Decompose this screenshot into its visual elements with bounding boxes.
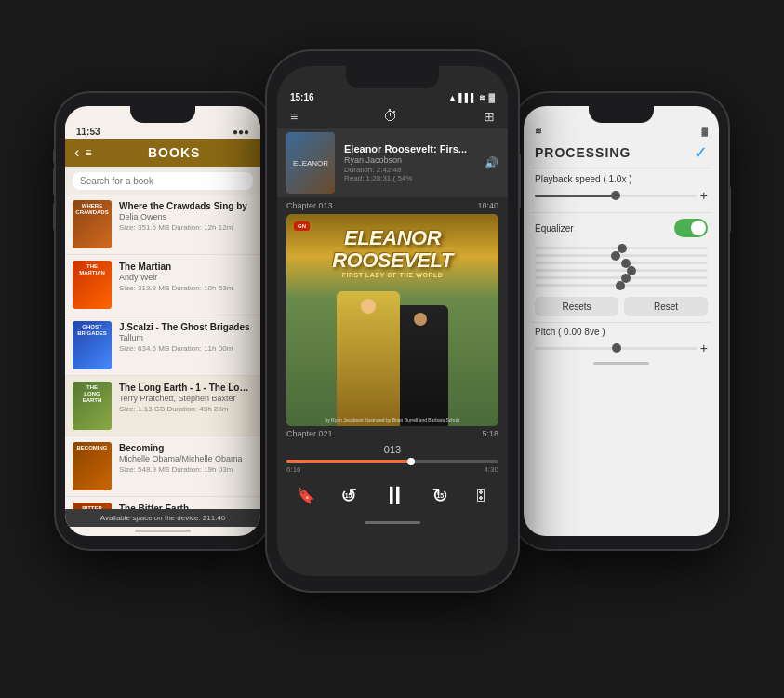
books-list[interactable]: WHERECRAWDADS Where the Crawdads Sing by… [65, 195, 260, 509]
list-item[interactable]: THEMARTIAN The Martian Andy Weir Size: 3… [65, 255, 260, 315]
player-top-controls: ≡ ⏱ ⊞ [277, 104, 508, 128]
volume-up-btn[interactable] [53, 168, 56, 195]
playback-speed-label: Playback speed ( 1.0x ) [535, 174, 632, 184]
player-controls: 🔖 ↺ 15 ⏸ ↻ 15 🎛 [277, 475, 508, 518]
book-info-6: The Bitter Earth A.R. Shaw Size: 151.6 M… [119, 503, 253, 509]
pitch-thumb[interactable] [612, 343, 621, 353]
left-status-battery: ●●● [233, 127, 249, 137]
playback-speed-slider[interactable] [535, 195, 697, 197]
artwork-subtitle: FIRST LADY OF THE WORLD [332, 272, 453, 278]
proc-status-bar: ≋ ▓ [524, 123, 719, 138]
player-book-duration: Duration: 2:42:48 [344, 166, 475, 174]
eq-slider-2[interactable] [535, 254, 708, 257]
book-info-5: Becoming Michelle Obama/Michelle Obama S… [119, 442, 253, 474]
eq-slider-4[interactable] [535, 269, 708, 272]
right-home-indicator [593, 362, 649, 365]
volume-down-btn[interactable] [53, 203, 56, 231]
eq-button[interactable]: 🎛 [473, 488, 488, 504]
eq-thumb-6[interactable] [616, 281, 625, 290]
right-phone-screen: ≋ ▓ PROCESSING ✓ Playback speed ( 1.0x ) [524, 106, 719, 536]
book-cover-1: WHERECRAWDADS [73, 200, 112, 248]
player-book-header: ELEANOR Eleanor Roosevelt: Firs... Ryan … [277, 128, 508, 197]
list-item[interactable]: THELONGEARTH The Long Earth - 1 - The Lo… [65, 376, 260, 436]
artwork-figures [286, 277, 498, 426]
bookmark-button[interactable]: 🔖 [297, 487, 315, 504]
proc-header: PROCESSING ✓ [524, 138, 719, 168]
list-item[interactable]: BITTEREARTH The Bitter Earth A.R. Shaw S… [65, 497, 260, 509]
pause-button[interactable]: ⏸ [381, 480, 407, 511]
list-item[interactable]: WHERECRAWDADS Where the Crawdads Sing by… [65, 195, 260, 255]
figure-right-head [414, 313, 427, 326]
playback-speed-section: Playback speed ( 1.0x ) + [524, 168, 719, 212]
speed-fill [535, 195, 616, 197]
rewind-button[interactable]: ↺ 15 [340, 484, 357, 508]
artwork-byline: by Ryan Jacobson Illustrated by Brian Bu… [286, 417, 498, 423]
cover-text-4: THELONGEARTH [73, 382, 112, 408]
time-current: 6:16 [286, 465, 301, 474]
available-space: Available space on the device: 211.46 [100, 514, 226, 522]
menu-icon[interactable]: ≡ [290, 109, 298, 124]
pitch-slider[interactable] [535, 347, 697, 350]
hamburger-icon[interactable]: ≡ [85, 146, 91, 159]
books-header: ‹ ≡ BOOKS [65, 139, 260, 167]
eq-thumb-2[interactable] [611, 251, 620, 261]
pitch-slider-row: + [535, 341, 708, 356]
pitch-plus-icon[interactable]: + [700, 341, 708, 356]
list-item[interactable]: BECOMING Becoming Michelle Obama/Michell… [65, 436, 260, 497]
cover-text-3: GHOSTBRIGADES [73, 321, 112, 340]
books-status-bar: 11:53 ●●● [65, 123, 260, 139]
silent-btn[interactable] [53, 149, 56, 164]
book-title-6: The Bitter Earth [119, 503, 253, 509]
player-book-thumbnail: ELEANOR [286, 132, 335, 194]
eq-bands [524, 247, 719, 291]
progress-thumb[interactable] [407, 458, 415, 465]
read-value: 1:28:31 ( 54% [366, 174, 413, 182]
right-notch [589, 106, 654, 123]
book-title-5: Becoming [119, 442, 253, 454]
reset-button[interactable]: Reset [624, 297, 708, 316]
center-notch [346, 66, 439, 88]
chapters-icon[interactable]: ⊞ [484, 109, 495, 124]
phone-center: 15:16 ▲ ▌▌▌ ≋ ▓ ≡ ⏱ ⊞ ELEANOR Eleanor Ro… [267, 51, 518, 591]
speaker-icon[interactable]: 🔊 [485, 156, 498, 169]
center-home-indicator [365, 521, 420, 524]
back-button[interactable]: ‹ [74, 144, 79, 161]
player-screen: 15:16 ▲ ▌▌▌ ≋ ▓ ≡ ⏱ ⊞ ELEANOR Eleanor Ro… [277, 66, 508, 576]
book-info-2: The Martian Andy Weir Size: 313.8 MB Dur… [119, 261, 253, 292]
processing-screen: ≋ ▓ PROCESSING ✓ Playback speed ( 1.0x ) [524, 106, 719, 536]
book-author-5: Michelle Obama/Michelle Obama [119, 454, 253, 463]
player-progress-bar[interactable] [286, 460, 498, 463]
book-meta-4: Size: 1.13 GB Duration: 49h 28m [119, 405, 253, 413]
proc-status-battery: ▓ [701, 127, 708, 136]
artwork-title-area: ELEANOR ROOSEVELT FIRST LADY OF THE WORL… [332, 227, 453, 278]
speed-plus-icon[interactable]: + [700, 188, 708, 203]
eq-slider-1[interactable] [535, 247, 708, 249]
power-btn-center[interactable] [518, 154, 521, 209]
search-input[interactable] [73, 172, 253, 190]
proc-buttons-row: Resets Reset [524, 291, 719, 322]
power-btn-right[interactable] [728, 186, 731, 233]
list-item[interactable]: GHOSTBRIGADES J.Scalzi - The Ghost Briga… [65, 315, 260, 376]
eq-slider-5[interactable] [535, 276, 708, 279]
figure-left-head [361, 299, 376, 314]
book-author-3: Tallum [119, 333, 253, 342]
player-book-author: Ryan Jacobson [344, 155, 475, 165]
presets-button[interactable]: Resets [535, 297, 618, 316]
books-screen: 11:53 ●●● ‹ ≡ BOOKS WHERECRAWDADS [65, 106, 260, 536]
eq-slider-6[interactable] [535, 284, 708, 287]
equalizer-toggle[interactable] [674, 219, 708, 237]
eq-thumb-1[interactable] [618, 244, 627, 253]
artwork-title-line1: ELEANOR [332, 227, 453, 249]
book-author-4: Terry Pratchett, Stephen Baxter [119, 394, 253, 403]
left-phone-screen: 11:53 ●●● ‹ ≡ BOOKS WHERECRAWDADS [65, 106, 260, 536]
forward-button[interactable]: ↻ 15 [432, 484, 448, 508]
book-meta-5: Size: 548.9 MB Duration: 19h 03m [119, 465, 253, 474]
pitch-label: Pitch ( 0.00 8ve ) [535, 327, 708, 337]
speed-thumb[interactable] [611, 191, 620, 200]
book-meta-3: Size: 634.6 MB Duration: 11h 00m [119, 344, 253, 353]
eq-slider-3[interactable] [535, 262, 708, 264]
equalizer-section: Equalizer [524, 213, 719, 247]
timer-icon[interactable]: ⏱ [383, 108, 398, 125]
player-status-bar: 15:16 ▲ ▌▌▌ ≋ ▓ [277, 88, 508, 104]
checkmark-icon[interactable]: ✓ [694, 142, 708, 163]
